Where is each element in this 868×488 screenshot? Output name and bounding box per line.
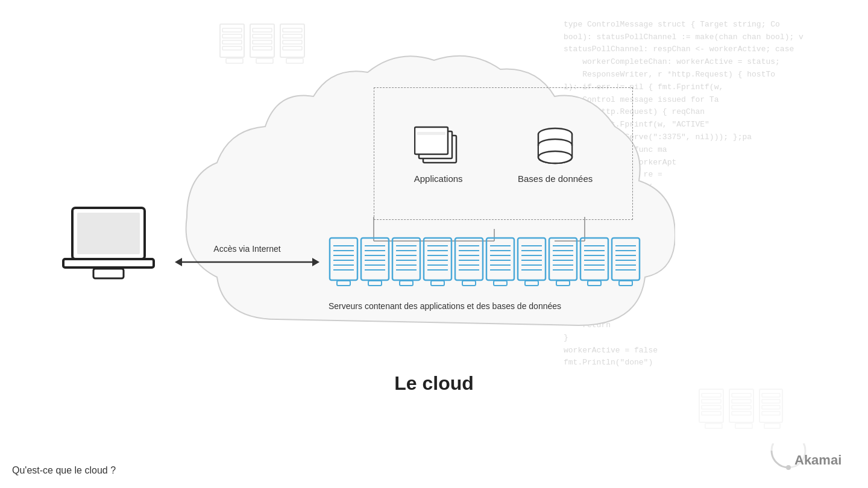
- svg-rect-124: [702, 399, 721, 403]
- svg-rect-90: [525, 281, 538, 286]
- svg-rect-25: [415, 127, 448, 154]
- svg-rect-114: [619, 281, 632, 286]
- svg-text:Akamai: Akamai: [794, 452, 841, 468]
- svg-point-140: [786, 465, 791, 470]
- akamai-logo: Akamai: [766, 443, 850, 479]
- cloud-title: Le cloud: [394, 372, 474, 395]
- svg-rect-116: [77, 213, 140, 254]
- page-title: Qu'est-ce que le cloud ?: [12, 465, 116, 476]
- applications-label: Applications: [414, 174, 463, 184]
- svg-rect-51: [392, 238, 420, 280]
- svg-rect-118: [93, 269, 124, 278]
- svg-rect-59: [424, 238, 451, 280]
- svg-rect-66: [431, 281, 444, 286]
- access-arrow: Accès via Internet: [163, 244, 332, 268]
- svg-rect-131: [732, 405, 751, 409]
- apps-db-box: Applications Bases de données: [374, 87, 633, 220]
- svg-rect-50: [368, 281, 382, 286]
- svg-rect-7: [253, 28, 272, 32]
- svg-point-34: [538, 151, 572, 163]
- svg-rect-13: [283, 28, 302, 32]
- databases-item: Bases de données: [518, 124, 593, 184]
- servers-row: [329, 235, 642, 289]
- svg-rect-132: [732, 411, 751, 415]
- svg-rect-138: [762, 411, 780, 415]
- svg-rect-35: [330, 238, 357, 280]
- applications-item: Applications: [414, 124, 463, 184]
- svg-rect-107: [612, 238, 640, 280]
- faded-servers-bottom-right: [696, 386, 787, 449]
- svg-rect-75: [486, 238, 514, 280]
- svg-rect-26: [417, 132, 445, 135]
- svg-rect-42: [337, 281, 350, 286]
- svg-rect-99: [580, 238, 608, 280]
- svg-rect-82: [494, 281, 507, 286]
- svg-rect-98: [556, 281, 570, 286]
- svg-rect-135: [762, 393, 780, 397]
- svg-rect-136: [762, 399, 780, 403]
- svg-marker-119: [175, 258, 182, 266]
- svg-rect-58: [400, 281, 413, 286]
- svg-rect-130: [732, 399, 751, 403]
- svg-rect-117: [63, 259, 154, 267]
- svg-rect-129: [732, 393, 751, 397]
- svg-rect-91: [549, 238, 577, 280]
- main-content: Applications Bases de données: [0, 0, 868, 488]
- svg-rect-139: [764, 424, 780, 428]
- svg-rect-67: [455, 238, 483, 280]
- svg-rect-1: [222, 28, 242, 32]
- svg-rect-74: [462, 281, 476, 286]
- svg-rect-125: [702, 405, 721, 409]
- svg-rect-43: [361, 238, 389, 280]
- svg-rect-123: [702, 393, 721, 397]
- svg-rect-127: [705, 424, 722, 428]
- svg-rect-83: [518, 238, 546, 280]
- svg-rect-133: [735, 424, 752, 428]
- svg-rect-106: [588, 281, 601, 286]
- svg-rect-137: [762, 405, 780, 409]
- svg-marker-120: [312, 258, 319, 266]
- svg-rect-126: [702, 411, 721, 415]
- access-label: Accès via Internet: [213, 244, 280, 254]
- laptop-icon: [60, 205, 157, 286]
- servers-caption: Serveurs contenant des applications et d…: [329, 301, 561, 311]
- databases-label: Bases de données: [518, 174, 593, 184]
